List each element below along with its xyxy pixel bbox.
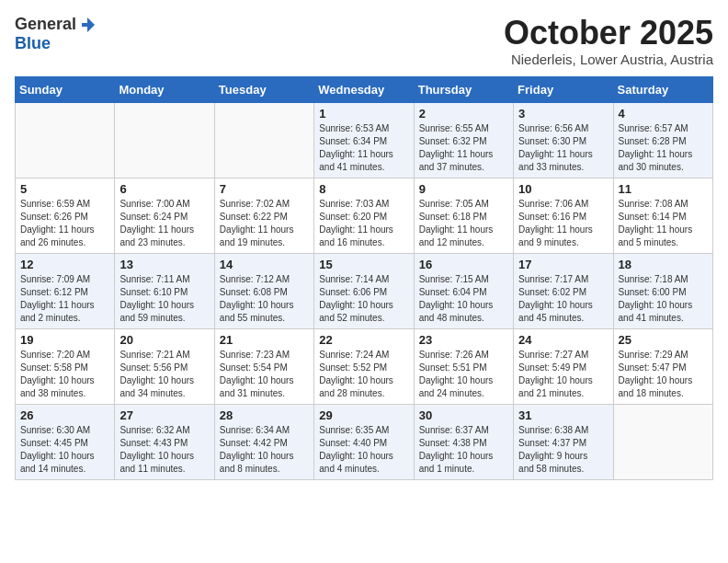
day-info: Sunrise: 7:24 AM Sunset: 5:52 PM Dayligh… [319,349,408,400]
weekday-header-monday: Monday [115,76,214,102]
calendar-cell: 9Sunrise: 7:05 AM Sunset: 6:18 PM Daylig… [414,178,513,253]
calendar-cell [16,102,115,178]
day-info: Sunrise: 7:27 AM Sunset: 5:49 PM Dayligh… [518,349,608,400]
calendar-cell: 14Sunrise: 7:12 AM Sunset: 6:08 PM Dayli… [214,253,313,328]
weekday-header-row: SundayMondayTuesdayWednesdayThursdayFrid… [16,76,713,102]
calendar-cell: 5Sunrise: 6:59 AM Sunset: 6:26 PM Daylig… [16,178,115,253]
day-info: Sunrise: 7:17 AM Sunset: 6:02 PM Dayligh… [518,273,608,325]
calendar-week-row: 5Sunrise: 6:59 AM Sunset: 6:26 PM Daylig… [16,178,713,253]
calendar-week-row: 26Sunrise: 6:30 AM Sunset: 4:45 PM Dayli… [16,404,713,479]
weekday-header-wednesday: Wednesday [314,76,414,102]
day-number: 22 [319,333,408,347]
logo-general-text: General [15,15,76,34]
weekday-header-thursday: Thursday [414,76,513,102]
day-number: 9 [419,182,508,196]
day-number: 25 [619,333,708,347]
day-info: Sunrise: 6:59 AM Sunset: 6:26 PM Dayligh… [20,198,109,249]
calendar-cell: 1Sunrise: 6:53 AM Sunset: 6:34 PM Daylig… [314,102,414,178]
day-number: 10 [518,182,608,196]
calendar-week-row: 1Sunrise: 6:53 AM Sunset: 6:34 PM Daylig… [16,102,713,178]
day-number: 8 [319,182,408,196]
day-info: Sunrise: 6:32 AM Sunset: 4:43 PM Dayligh… [119,424,209,476]
calendar-cell: 28Sunrise: 6:34 AM Sunset: 4:42 PM Dayli… [214,404,313,479]
weekday-header-friday: Friday [514,76,613,102]
day-number: 5 [20,182,109,196]
day-info: Sunrise: 7:21 AM Sunset: 5:56 PM Dayligh… [119,349,209,400]
day-number: 7 [220,182,309,196]
calendar-table: SundayMondayTuesdayWednesdayThursdayFrid… [15,76,713,480]
calendar-cell: 10Sunrise: 7:06 AM Sunset: 6:16 PM Dayli… [514,178,613,253]
day-number: 31 [518,408,608,422]
weekday-header-saturday: Saturday [613,76,712,102]
calendar-cell: 12Sunrise: 7:09 AM Sunset: 6:12 PM Dayli… [16,253,115,328]
day-info: Sunrise: 7:18 AM Sunset: 6:00 PM Dayligh… [619,273,708,325]
calendar-cell [214,102,313,178]
calendar-cell: 4Sunrise: 6:57 AM Sunset: 6:28 PM Daylig… [613,102,712,178]
day-info: Sunrise: 6:53 AM Sunset: 6:34 PM Dayligh… [319,122,408,174]
day-number: 28 [220,408,309,422]
calendar-cell: 15Sunrise: 7:14 AM Sunset: 6:06 PM Dayli… [314,253,414,328]
calendar-cell: 18Sunrise: 7:18 AM Sunset: 6:00 PM Dayli… [613,253,712,328]
calendar-week-row: 12Sunrise: 7:09 AM Sunset: 6:12 PM Dayli… [16,253,713,328]
day-info: Sunrise: 6:30 AM Sunset: 4:45 PM Dayligh… [20,424,109,476]
day-number: 16 [419,258,508,271]
day-number: 14 [220,258,309,271]
day-info: Sunrise: 7:26 AM Sunset: 5:51 PM Dayligh… [419,349,508,400]
day-info: Sunrise: 7:29 AM Sunset: 5:47 PM Dayligh… [619,349,708,400]
day-info: Sunrise: 6:57 AM Sunset: 6:28 PM Dayligh… [619,122,708,174]
day-info: Sunrise: 7:15 AM Sunset: 6:04 PM Dayligh… [419,273,508,325]
day-number: 2 [419,107,508,121]
day-info: Sunrise: 6:56 AM Sunset: 6:30 PM Dayligh… [518,122,608,174]
day-info: Sunrise: 7:11 AM Sunset: 6:10 PM Dayligh… [119,273,209,325]
calendar-cell: 23Sunrise: 7:26 AM Sunset: 5:51 PM Dayli… [414,328,513,404]
calendar-cell: 3Sunrise: 6:56 AM Sunset: 6:30 PM Daylig… [514,102,613,178]
calendar-cell: 7Sunrise: 7:02 AM Sunset: 6:22 PM Daylig… [214,178,313,253]
calendar-cell: 20Sunrise: 7:21 AM Sunset: 5:56 PM Dayli… [115,328,214,404]
svg-marker-0 [82,17,95,32]
day-number: 20 [119,333,209,347]
day-number: 17 [518,258,608,271]
day-info: Sunrise: 6:55 AM Sunset: 6:32 PM Dayligh… [419,122,508,174]
logo-icon [78,16,97,34]
day-number: 12 [20,258,109,271]
calendar-week-row: 19Sunrise: 7:20 AM Sunset: 5:58 PM Dayli… [16,328,713,404]
day-info: Sunrise: 6:38 AM Sunset: 4:37 PM Dayligh… [518,424,608,476]
day-info: Sunrise: 7:12 AM Sunset: 6:08 PM Dayligh… [220,273,309,325]
calendar-cell: 31Sunrise: 6:38 AM Sunset: 4:37 PM Dayli… [514,404,613,479]
day-info: Sunrise: 7:00 AM Sunset: 6:24 PM Dayligh… [119,198,209,249]
day-info: Sunrise: 7:20 AM Sunset: 5:58 PM Dayligh… [20,349,109,400]
calendar-cell: 24Sunrise: 7:27 AM Sunset: 5:49 PM Dayli… [514,328,613,404]
day-number: 6 [119,182,209,196]
day-info: Sunrise: 7:08 AM Sunset: 6:14 PM Dayligh… [619,198,708,249]
calendar-cell: 19Sunrise: 7:20 AM Sunset: 5:58 PM Dayli… [16,328,115,404]
calendar-cell: 17Sunrise: 7:17 AM Sunset: 6:02 PM Dayli… [514,253,613,328]
calendar-cell: 16Sunrise: 7:15 AM Sunset: 6:04 PM Dayli… [414,253,513,328]
calendar-cell: 29Sunrise: 6:35 AM Sunset: 4:40 PM Dayli… [314,404,414,479]
day-number: 27 [119,408,209,422]
day-number: 15 [319,258,408,271]
location-subtitle: Niederleis, Lower Austria, Austria [504,52,713,67]
logo: General Blue [15,15,97,53]
calendar-cell: 13Sunrise: 7:11 AM Sunset: 6:10 PM Dayli… [115,253,214,328]
day-info: Sunrise: 7:06 AM Sunset: 6:16 PM Dayligh… [518,198,608,249]
title-block: October 2025 Niederleis, Lower Austria, … [504,15,713,67]
day-info: Sunrise: 7:02 AM Sunset: 6:22 PM Dayligh… [220,198,309,249]
day-number: 26 [20,408,109,422]
calendar-cell [613,404,712,479]
day-number: 4 [619,107,708,121]
day-number: 3 [518,107,608,121]
day-info: Sunrise: 7:09 AM Sunset: 6:12 PM Dayligh… [20,273,109,325]
day-number: 23 [419,333,508,347]
day-number: 11 [619,182,708,196]
calendar-cell: 26Sunrise: 6:30 AM Sunset: 4:45 PM Dayli… [16,404,115,479]
month-title: October 2025 [504,15,713,52]
day-info: Sunrise: 7:05 AM Sunset: 6:18 PM Dayligh… [419,198,508,249]
day-number: 30 [419,408,508,422]
day-number: 1 [319,107,408,121]
calendar-cell: 6Sunrise: 7:00 AM Sunset: 6:24 PM Daylig… [115,178,214,253]
calendar-cell: 2Sunrise: 6:55 AM Sunset: 6:32 PM Daylig… [414,102,513,178]
day-info: Sunrise: 7:14 AM Sunset: 6:06 PM Dayligh… [319,273,408,325]
calendar-cell: 22Sunrise: 7:24 AM Sunset: 5:52 PM Dayli… [314,328,414,404]
day-info: Sunrise: 6:37 AM Sunset: 4:38 PM Dayligh… [419,424,508,476]
day-number: 29 [319,408,408,422]
